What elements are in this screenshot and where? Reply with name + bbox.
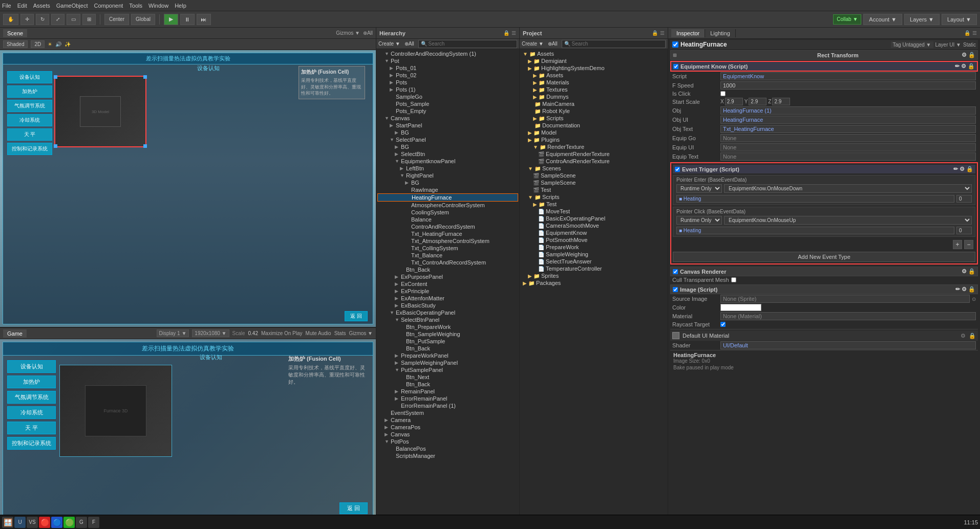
h-item-balancepos[interactable]: BalancePos [377,445,518,452]
taskbar-icon-7[interactable]: G [76,517,87,528]
h-item-bg2[interactable]: ▶BG [377,143,518,150]
event-trigger-enabled[interactable] [675,167,680,172]
hierarchy-create-btn[interactable]: Create ▼ [378,41,400,47]
menu-edit[interactable]: Edit [17,3,27,9]
p-equipknow[interactable]: 📄EquipmentKnow [521,229,667,236]
h-item-bg1[interactable]: ▶BG [377,129,518,136]
raycast-checkbox[interactable] [720,322,726,327]
menu-file[interactable]: File [2,3,11,9]
h-item-errorremain[interactable]: ▶ErrorRemainPanel [377,395,518,402]
h-item-excontent[interactable]: ▶ExContent [377,280,518,288]
pointer-enter-param[interactable] [956,195,972,203]
all-btn[interactable]: ⊕All [363,30,373,36]
hand-tool[interactable]: ✋ [3,14,18,25]
pause-btn[interactable]: ⏸ [180,14,195,25]
remove-entry-btn[interactable]: − [964,240,973,249]
inspector-menu-icon[interactable]: ☰ [972,30,977,36]
h-item-bg3[interactable]: ▶BG [377,179,518,186]
play-btn[interactable]: ▶ [164,14,178,25]
hierarchy-all-btn[interactable]: ⊕All [404,41,414,47]
obj-tag[interactable]: Tag Untagged ▼ [891,41,933,48]
eq-lock-icon[interactable]: 🔒 [968,63,975,70]
et-settings-icon[interactable]: ⚙ [960,166,965,172]
menu-help[interactable]: Help [175,3,186,9]
h-item-selectbtn[interactable]: ▶SelectBtn [377,150,518,158]
scale-z-input[interactable]: 2.9 [772,98,790,105]
project-create-btn[interactable]: Create ▼ [522,41,544,47]
p-tempcontroller[interactable]: 📄TemperatureController [521,265,667,272]
shader-value[interactable]: UI/Default [720,341,976,349]
game-btn5[interactable]: 天 平 [7,422,56,434]
gizmos-btn-game[interactable]: Gizmos ▼ [349,330,373,336]
h-item-exbasicop[interactable]: ▼ExBasicOperatingPanel [377,309,518,316]
p-basicex[interactable]: 📄BasicExOperatingPanel [521,215,667,222]
rect-lock-icon[interactable]: 🔒 [968,52,975,58]
collab-btn[interactable]: Collab ▼ [833,14,861,25]
h-item-exprinciple[interactable]: ▶ExPrinciple [377,288,518,295]
h-item-btnback2[interactable]: Btn_Back [377,345,518,352]
p-rendertexture[interactable]: ▼📁RenderTexture [521,143,667,150]
h-item-canvas2[interactable]: ▶Canvas [377,431,518,438]
img-lock-icon[interactable]: 🔒 [968,286,975,293]
rect-reset-icon[interactable]: ⚙ [962,52,967,58]
taskbar-icon-5[interactable]: 🔵 [51,517,62,528]
hierarchy-menu-icon[interactable]: ☰ [512,30,516,36]
material-settings-icon[interactable]: ⚙ [961,333,966,339]
p-samplescene2[interactable]: 🎬SampleScene [521,179,667,186]
h-item-btnnext[interactable]: Btn_Next [377,373,518,381]
objtext-value[interactable]: Txt_HeatingFurnace [720,125,976,133]
inspector-tab[interactable]: Inspector [671,29,705,37]
h-item-eventsystem[interactable]: EventSystem [377,409,518,416]
back-btn-game[interactable]: 返 回 [339,502,368,514]
hierarchy-search[interactable] [418,40,517,48]
h-item-btnprep[interactable]: Btn_PrepareWork [377,323,518,330]
h-item-pot[interactable]: ▼Pot [377,57,518,64]
rotate-tool[interactable]: ↻ [36,14,49,25]
h-item-txtatmosphere[interactable]: Txt_AtmosphereControlSystem [377,237,518,245]
img-edit-icon[interactable]: ✏ [955,286,960,293]
image-script-header[interactable]: Image (Script) ✏ ⚙ 🔒 [670,284,978,294]
p-sprites[interactable]: ▶📁Sprites [521,272,667,279]
btn-cooling[interactable]: 冷却系统 [7,114,52,126]
stats-btn[interactable]: Stats [334,330,346,336]
add-new-event-btn[interactable]: Add New Event Type [673,252,975,262]
h-item-pots02[interactable]: ▶Pots_02 [377,72,518,79]
pointer-click-dropdown[interactable]: Runtime Only [676,216,722,225]
h-item-potssample[interactable]: Pots_Sample [377,100,518,107]
p-robotkyle[interactable]: 📁Robot Kyle [521,107,667,115]
h-item-heatingfurnace[interactable]: HeatingFurnace [377,193,518,202]
h-item-samplego[interactable]: SampleGo [377,93,518,100]
p-highlighting[interactable]: ▶📁HighlightingSystemDemo [521,64,667,72]
eq-edit-icon[interactable]: ✏ [955,63,960,70]
cr-lock-icon[interactable]: 🔒 [968,268,975,275]
fspeed-input[interactable]: 1000 [720,81,976,90]
h-item-selectbtnpanel[interactable]: ▼SelectBtnPanel [377,316,518,323]
taskbar-icon-1[interactable]: 🪟 [2,517,13,528]
objui-value[interactable]: HeatingFurnace [720,116,976,124]
obj-enabled-checkbox[interactable] [672,41,678,48]
p-movetest[interactable]: 📄MoveTest [521,208,667,215]
source-image-dot[interactable]: ⊙ [972,296,976,302]
add-entry-btn[interactable]: + [953,240,962,249]
scale-x-input[interactable]: 2.9 [725,98,743,105]
h-item-pots1[interactable]: ▶Pots (1) [377,86,518,93]
p-plugins[interactable]: ▶📁Plugins [521,136,667,143]
taskbar-icon-6[interactable]: 🟢 [63,517,75,528]
audio-icon[interactable]: 🔊 [55,41,61,47]
rect-tool[interactable]: ▭ [67,14,80,25]
h-item-leftbtn[interactable]: ▶LeftBtn [377,165,518,172]
h-item-sampleweigh[interactable]: ▶SampleWeighingPanel [377,359,518,366]
pointer-enter-obj[interactable]: ■ Heating [676,195,954,203]
h-item-scriptsmanager[interactable]: ScriptsManager [377,452,518,459]
p-camerasmooth[interactable]: 📄CameraSmoothMove [521,222,667,229]
transform-tool[interactable]: ⊞ [82,14,96,25]
obj-field-value[interactable]: HeatingFurnace (1) [720,106,976,115]
p-scripts1[interactable]: ▶📁Scripts [521,115,667,122]
mute-btn[interactable]: Mute Audio [306,330,331,336]
p-controrender[interactable]: 🎬ControAndRenderTexture [521,158,667,165]
equipment-know-enabled[interactable] [673,64,678,69]
cull-checkbox[interactable] [731,277,736,282]
game-tab[interactable]: Game [3,329,27,338]
p-maincamera[interactable]: 📁MainCamera [521,100,667,107]
rect-transform-header[interactable]: ⊞ Rect Transform ⚙ 🔒 [670,50,978,60]
